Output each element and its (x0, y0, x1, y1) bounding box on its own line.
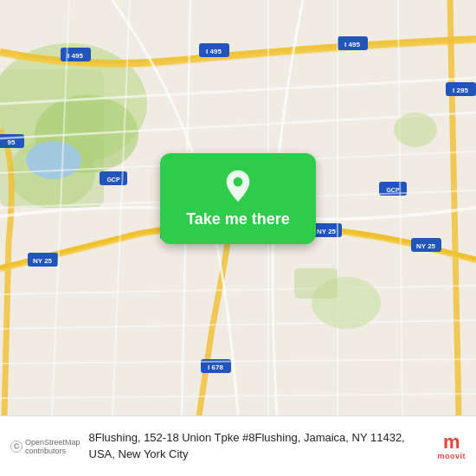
svg-point-45 (394, 113, 437, 147)
osm-attribution: © OpenStreetMapcontributors (10, 438, 80, 455)
button-label: Take me there (186, 210, 290, 228)
svg-text:I 495: I 495 (206, 48, 222, 55)
svg-text:GCP: GCP (106, 177, 120, 183)
svg-text:NY 25: NY 25 (33, 257, 53, 265)
moovit-m-icon: m (443, 433, 460, 452)
map-container: I 495 I 495 I 495 I 295 95 NY 25 NY 25 N… (0, 0, 476, 415)
footer: © OpenStreetMapcontributors 8Flushing, 1… (0, 415, 476, 476)
svg-text:NY 25: NY 25 (416, 242, 436, 250)
svg-text:95: 95 (8, 138, 16, 146)
svg-text:I 678: I 678 (208, 363, 223, 371)
take-me-there-button[interactable]: Take me there (160, 153, 316, 244)
address-text: 8Flushing, 152-18 Union Tpke #8Flushing,… (89, 430, 429, 461)
svg-rect-46 (294, 268, 338, 299)
svg-text:I 495: I 495 (68, 52, 83, 60)
svg-point-47 (234, 177, 243, 187)
svg-text:GCP: GCP (386, 187, 400, 193)
svg-text:NY 25: NY 25 (317, 228, 337, 235)
moovit-brand-text: moovit (437, 452, 466, 460)
svg-point-5 (26, 141, 81, 179)
osm-circle-icon: © (10, 441, 23, 453)
osm-label: OpenStreetMapcontributors (25, 438, 80, 455)
moovit-logo: m moovit (437, 433, 466, 460)
svg-text:I 295: I 295 (453, 87, 468, 94)
svg-text:I 495: I 495 (344, 41, 360, 48)
location-pin-icon (221, 169, 255, 203)
